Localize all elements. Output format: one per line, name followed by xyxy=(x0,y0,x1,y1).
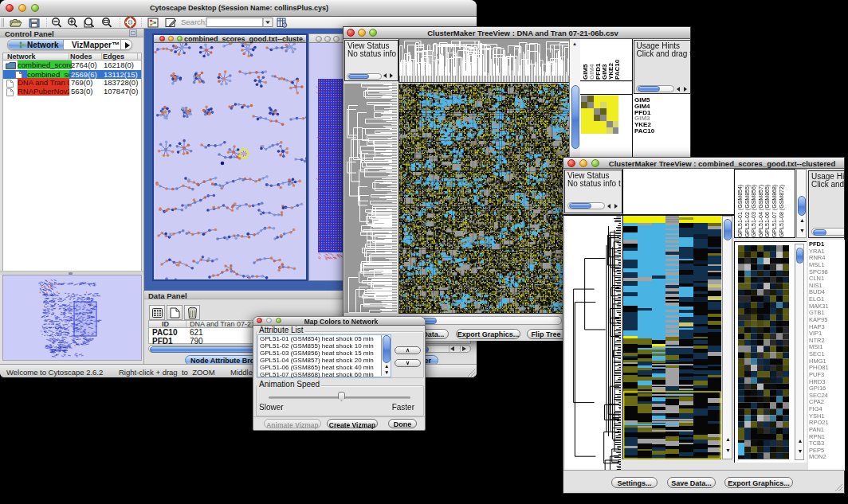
svg-text:Search:: Search: xyxy=(181,18,207,26)
